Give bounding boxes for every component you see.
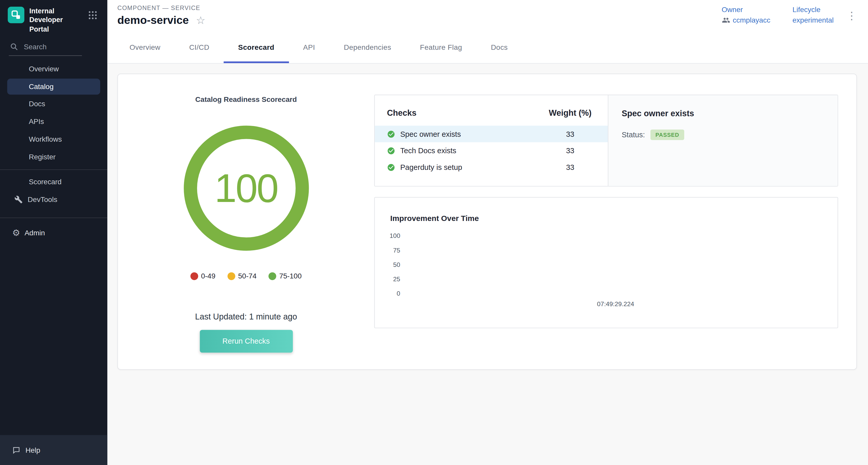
admin-label: Admin <box>25 229 45 237</box>
owner-link[interactable]: ccmplayacc <box>722 16 771 24</box>
checks-panel: Checks Weight (%) Spec owner exists 33 <box>374 95 838 187</box>
tab-api[interactable]: API <box>289 32 330 63</box>
score-value: 100 <box>215 165 278 211</box>
sidebar-nav: Overview Catalog Docs APIs Workflows Reg… <box>0 60 107 209</box>
legend-item-mid: 50-74 <box>228 272 257 280</box>
last-updated-text: Last Updated: 1 minute ago <box>195 312 297 321</box>
rerun-checks-button[interactable]: Rerun Checks <box>200 330 292 352</box>
search-divider <box>9 55 82 56</box>
checks-column-header: Checks <box>387 108 542 117</box>
y-axis-tick: 75 <box>375 246 400 254</box>
help-chat-icon <box>12 446 20 454</box>
entity-tabs: Overview CI/CD Scorecard API Dependencie… <box>107 32 868 64</box>
main-area: COMPONENT — SERVICE demo-service ☆ Owner… <box>107 0 868 465</box>
sidebar-divider <box>0 169 107 169</box>
legend-item-high: 75-100 <box>269 272 302 280</box>
improvement-chart-panel: Improvement Over Time 100 75 50 25 0 07:… <box>374 197 838 328</box>
y-axis-tick: 0 <box>375 289 400 297</box>
help-label: Help <box>25 446 40 454</box>
sidebar-item-catalog[interactable]: Catalog <box>7 79 100 95</box>
check-name: Spec owner exists <box>400 130 542 138</box>
sidebar-divider <box>0 217 107 218</box>
y-axis-tick: 25 <box>375 275 400 283</box>
checks-table-header: Checks Weight (%) <box>375 103 608 122</box>
check-weight: 33 <box>542 146 598 154</box>
tab-overview[interactable]: Overview <box>115 32 175 63</box>
sidebar-item-apis[interactable]: APIs <box>0 113 107 130</box>
x-axis-tick: 07:49:29.224 <box>574 300 658 308</box>
y-axis-tick: 100 <box>375 232 400 240</box>
gear-icon: ⚙ <box>12 228 20 237</box>
check-row-spec-owner[interactable]: Spec owner exists 33 <box>375 126 608 143</box>
check-detail-panel: Spec owner exists Status: PASSED <box>608 95 837 186</box>
tab-cicd[interactable]: CI/CD <box>175 32 224 63</box>
check-weight: 33 <box>542 130 598 138</box>
lifecycle-value[interactable]: experimental <box>793 16 834 24</box>
entity-header: COMPONENT — SERVICE demo-service ☆ Owner… <box>107 0 868 32</box>
sidebar-item-docs[interactable]: Docs <box>0 95 107 113</box>
legend-dot-green <box>269 272 276 280</box>
owner-label: Owner <box>722 6 771 14</box>
status-label: Status: <box>622 131 645 139</box>
lifecycle-block: Lifecycle experimental <box>793 6 834 24</box>
search-icon <box>10 42 18 51</box>
tab-dependencies[interactable]: Dependencies <box>330 32 406 63</box>
score-legend: 0-49 50-74 75-100 <box>190 272 302 280</box>
owner-block: Owner ccmplayacc <box>722 6 771 24</box>
status-badge: PASSED <box>650 130 684 140</box>
check-circle-icon <box>387 146 395 154</box>
details-section: Checks Weight (%) Spec owner exists 33 <box>374 74 857 369</box>
y-axis-tick: 50 <box>375 261 400 269</box>
sidebar-item-workflows[interactable]: Workflows <box>0 130 107 148</box>
legend-dot-amber <box>228 272 235 280</box>
favorite-star-icon[interactable]: ☆ <box>196 15 205 25</box>
sidebar: Internal Developer Portal Search Overvie… <box>0 0 107 465</box>
group-icon <box>722 16 730 24</box>
sidebar-item-admin[interactable]: ⚙ Admin <box>0 223 107 242</box>
check-weight: 33 <box>542 163 598 171</box>
check-circle-icon <box>387 130 395 138</box>
sidebar-item-register[interactable]: Register <box>0 148 107 166</box>
sidebar-item-devtools[interactable]: DevTools <box>0 191 107 209</box>
check-name: Pagerduty is setup <box>400 163 542 171</box>
score-gauge: 100 <box>184 126 309 251</box>
portal-logo[interactable] <box>8 7 24 23</box>
apps-grid-icon[interactable] <box>88 10 97 22</box>
page-title: demo-service <box>117 14 189 27</box>
app-window: Internal Developer Portal Search Overvie… <box>0 0 868 465</box>
gauge-section: Catalog Readiness Scorecard 100 0-49 50-… <box>118 74 374 369</box>
sidebar-item-overview[interactable]: Overview <box>0 60 107 78</box>
chart-title: Improvement Over Time <box>391 214 479 223</box>
wrench-icon <box>14 195 23 204</box>
sidebar-item-scorecard[interactable]: Scorecard <box>0 173 107 191</box>
check-row-pagerduty[interactable]: Pagerduty is setup 33 <box>375 159 608 176</box>
sidebar-search[interactable]: Search <box>0 38 107 54</box>
sidebar-search-label: Search <box>24 42 47 51</box>
scorecard-card: Catalog Readiness Scorecard 100 0-49 50-… <box>117 74 857 370</box>
brand-title: Internal Developer Portal <box>29 7 79 34</box>
tab-scorecard[interactable]: Scorecard <box>224 32 289 63</box>
checks-table: Checks Weight (%) Spec owner exists 33 <box>375 95 608 186</box>
entity-meta: Owner ccmplayacc Lifecycle experimental <box>722 6 834 24</box>
portal-logo-icon <box>10 9 22 21</box>
lifecycle-label: Lifecycle <box>793 6 834 14</box>
sidebar-item-help[interactable]: Help <box>0 435 107 465</box>
check-row-tech-docs[interactable]: Tech Docs exists 33 <box>375 142 608 159</box>
check-name: Tech Docs exists <box>400 146 542 154</box>
scorecard-title: Catalog Readiness Scorecard <box>195 95 297 103</box>
tab-feature-flag[interactable]: Feature Flag <box>405 32 476 63</box>
breadcrumb: COMPONENT — SERVICE <box>117 4 200 11</box>
check-circle-icon <box>387 163 395 171</box>
weight-column-header: Weight (%) <box>542 108 598 117</box>
check-detail-title: Spec owner exists <box>622 108 824 118</box>
more-options-kebab-icon[interactable]: ⋮ <box>846 10 857 21</box>
legend-dot-red <box>190 272 198 280</box>
legend-item-low: 0-49 <box>190 272 215 280</box>
tab-docs[interactable]: Docs <box>476 32 522 63</box>
scorecard-content: Catalog Readiness Scorecard 100 0-49 50-… <box>107 64 868 465</box>
